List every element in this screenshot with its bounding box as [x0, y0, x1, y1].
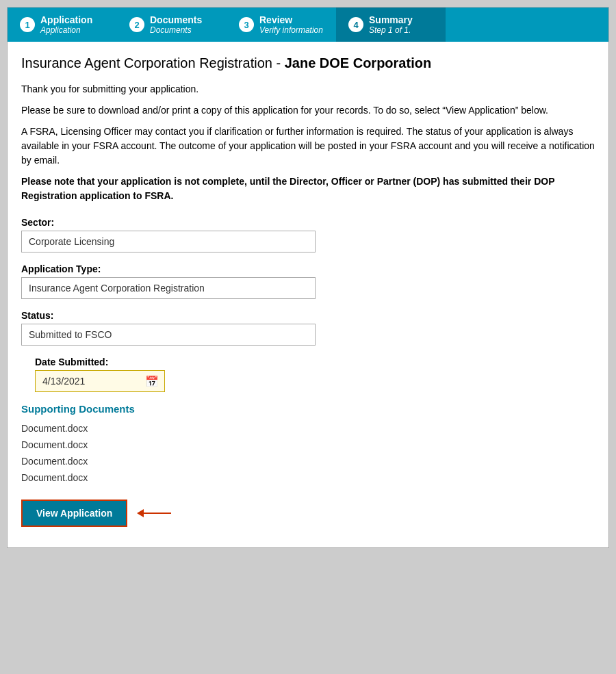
step-2-number: 2	[129, 17, 144, 32]
status-value: Submitted to FSCO	[21, 324, 316, 346]
doc-item-2[interactable]: Document.docx	[21, 453, 595, 469]
arrow-head-icon	[137, 509, 144, 517]
app-type-field-group: Application Type: Insurance Agent Corpor…	[21, 263, 595, 299]
step-1-subtitle: Application	[40, 25, 92, 35]
sector-label: Sector:	[21, 217, 595, 228]
step-1-number: 1	[20, 17, 35, 32]
app-type-label: Application Type:	[21, 263, 595, 274]
date-input-wrapper: 4/13/2021 📅	[35, 370, 165, 392]
date-label: Date Submitted:	[35, 357, 595, 367]
doc-item-0[interactable]: Document.docx	[21, 420, 595, 437]
step-3-number: 3	[239, 17, 254, 32]
heading-main: Insurance Agent Corporation Registration	[21, 55, 272, 70]
step-3-subtitle: Verify information	[259, 25, 323, 35]
step-3-review[interactable]: 3 Review Verify information	[227, 8, 336, 42]
doc-item-3[interactable]: Document.docx	[21, 469, 595, 486]
intro-text-1: Thank you for submitting your applicatio…	[21, 82, 595, 96]
stepper: 1 Application Application 2 Documents Do…	[8, 8, 608, 42]
step-2-documents[interactable]: 2 Documents Documents	[117, 8, 227, 42]
step-4-subtitle: Step 1 of 1.	[369, 25, 413, 35]
sector-field-group: Sector: Corporate Licensing	[21, 217, 595, 252]
step-4-summary[interactable]: 4 Summary Step 1 of 1.	[336, 8, 446, 42]
step-2-subtitle: Documents	[150, 25, 202, 35]
step-1-title: Application	[40, 14, 92, 25]
supporting-docs-title: Supporting Documents	[21, 403, 595, 415]
page-wrapper: 1 Application Application 2 Documents Do…	[7, 7, 609, 548]
app-type-value: Insurance Agent Corporation Registration	[21, 277, 316, 299]
arrow-line	[144, 513, 171, 514]
page-heading: Insurance Agent Corporation Registration…	[21, 55, 595, 71]
status-field-group: Status: Submitted to FSCO	[21, 310, 595, 346]
step-4-title: Summary	[369, 14, 413, 25]
doc-item-1[interactable]: Document.docx	[21, 437, 595, 453]
step-1-application[interactable]: 1 Application Application	[8, 8, 117, 42]
dop-notice: Please note that your application is not…	[21, 174, 595, 203]
arrow-indicator	[137, 509, 171, 517]
intro-text-3: A FSRA, Licensing Officer may contact yo…	[21, 125, 595, 168]
calendar-icon[interactable]: 📅	[140, 372, 164, 391]
date-field-group: Date Submitted: 4/13/2021 📅	[35, 357, 595, 392]
step-2-title: Documents	[150, 14, 202, 25]
date-value: 4/13/2021	[36, 371, 140, 391]
view-application-button[interactable]: View Application	[21, 500, 127, 527]
intro-text-2: Please be sure to download and/or print …	[21, 103, 595, 118]
heading-separator: -	[276, 55, 284, 70]
supporting-docs-section: Supporting Documents Document.docx Docum…	[21, 403, 595, 486]
sector-value: Corporate Licensing	[21, 231, 316, 252]
step-4-number: 4	[348, 17, 363, 32]
heading-name: Jane DOE Corporation	[285, 55, 431, 70]
view-app-section: View Application	[21, 500, 595, 527]
status-label: Status:	[21, 310, 595, 321]
main-content: Insurance Agent Corporation Registration…	[8, 42, 608, 547]
step-3-title: Review	[259, 14, 323, 25]
